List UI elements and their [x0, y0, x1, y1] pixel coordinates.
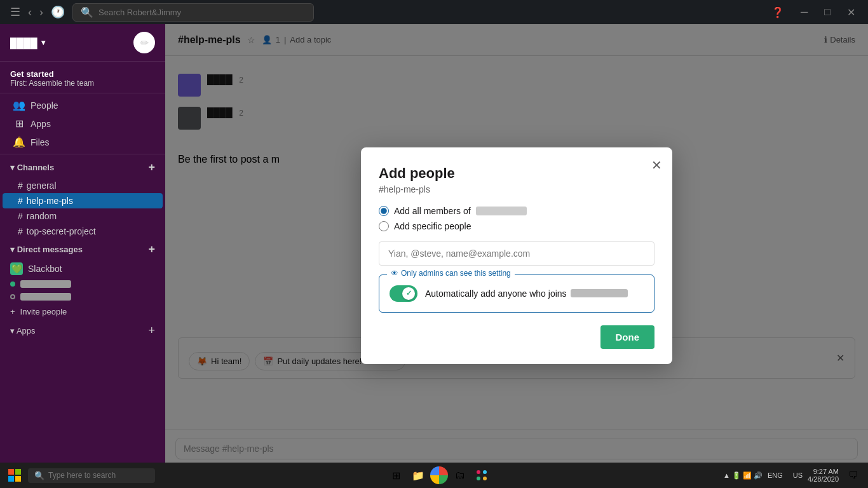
forward-button[interactable]: › [37, 3, 46, 22]
eye-icon: 👁 [391, 269, 398, 278]
time-display: 9:27 AM [808, 468, 839, 475]
folder-button[interactable]: 🗂 [451, 466, 470, 485]
add-app-icon[interactable]: + [148, 324, 155, 337]
workspace-label: ████ [10, 37, 37, 48]
apps-section[interactable]: ▾ Apps + [0, 320, 165, 341]
get-started-subtitle: First: Assemble the team [10, 79, 155, 88]
task-view-button[interactable]: ⊞ [387, 466, 406, 485]
sidebar: ████ ▾ ✏ Get started First: Assemble the… [0, 24, 165, 487]
dm-section-header[interactable]: ▾ Direct messages + [0, 239, 165, 260]
channels-label: ▾ Channels [10, 163, 54, 172]
minimize-button[interactable]: ─ [796, 4, 813, 20]
files-icon: 🔔 [13, 136, 25, 148]
taskbar-icons: ⊞ 📁 🗂 [387, 466, 491, 485]
hamburger-button[interactable]: ☰ [8, 3, 23, 22]
channel-hash-icon: # [18, 180, 23, 191]
titlebar-left: ☰ ‹ › 🕐 🔍 [8, 3, 314, 22]
taskbar-search-icon: 🔍 [34, 471, 44, 480]
channel-item-random[interactable]: # random [3, 208, 163, 224]
search-bar[interactable]: 🔍 [72, 3, 314, 22]
invite-people-label: Invite people [20, 307, 67, 316]
sidebar-item-label-apps: Apps [31, 119, 51, 129]
get-started-section: Get started First: Assemble the team [0, 62, 165, 90]
radio-option-specific[interactable]: Add specific people [379, 221, 654, 231]
taskbar-left: 🔍 [5, 466, 155, 485]
chrome-button[interactable] [430, 466, 448, 484]
channel-name-blurred [571, 289, 628, 297]
radio-label-all: Add all members of [394, 206, 471, 216]
search-icon: 🔍 [81, 6, 93, 18]
svg-point-5 [483, 470, 487, 474]
channel-hash-icon2: # [18, 196, 23, 206]
channel-item-general[interactable]: # general [3, 178, 163, 193]
taskbar-search[interactable]: 🔍 [28, 468, 155, 483]
clock: 9:27 AM 4/28/2020 [808, 468, 839, 483]
file-explorer-button[interactable]: 📁 [409, 466, 428, 485]
taskbar-search-input[interactable] [48, 471, 131, 480]
radio-option-all-members[interactable]: Add all members of [379, 206, 654, 216]
radio-label-specific: Add specific people [394, 221, 471, 231]
people-search-input[interactable] [379, 241, 654, 266]
workspace-name[interactable]: ████ ▾ [10, 37, 45, 48]
slackbot-avatar: 💚 [10, 262, 23, 275]
app-layout: ████ ▾ ✏ Get started First: Assemble the… [0, 24, 868, 487]
done-button[interactable]: Done [600, 325, 655, 349]
divider [0, 93, 165, 93]
channel-item-help-me-pls[interactable]: # help-me-pls [3, 193, 163, 208]
sidebar-item-apps[interactable]: ⊞ Apps [3, 114, 163, 133]
nav-controls: ☰ ‹ › 🕐 [8, 3, 67, 22]
toggle-knob [402, 287, 415, 300]
titlebar-right: ❓ ─ □ ✕ [766, 4, 860, 21]
auto-add-toggle[interactable] [390, 285, 417, 302]
channels-section-header[interactable]: ▾ Channels + [0, 157, 165, 178]
add-dm-icon[interactable]: + [148, 243, 155, 256]
sidebar-item-people[interactable]: 👥 People [3, 96, 163, 114]
get-started-title: Get started [10, 69, 155, 79]
compose-button[interactable]: ✏ [133, 32, 155, 53]
sidebar-item-files[interactable]: 🔔 Files [3, 133, 163, 151]
history-button[interactable]: 🕐 [48, 3, 67, 22]
sidebar-item-label-people: People [31, 100, 58, 111]
add-channel-icon[interactable]: + [148, 161, 155, 174]
notification-button[interactable]: 🗨 [844, 466, 863, 485]
svg-rect-1 [15, 469, 21, 475]
channel-hash-icon3: # [18, 211, 23, 221]
back-button[interactable]: ‹ [25, 3, 34, 22]
svg-rect-2 [8, 476, 14, 482]
close-button[interactable]: ✕ [842, 4, 860, 21]
slack-logo-icon [475, 468, 489, 482]
dm-label-blurred1 [20, 280, 71, 288]
toggle-row: Automatically add anyone who joins [390, 285, 644, 302]
help-button[interactable]: ❓ [766, 4, 789, 21]
titlebar: ☰ ‹ › 🕐 🔍 ❓ ─ □ ✕ [0, 0, 868, 24]
maximize-button[interactable]: □ [819, 4, 836, 20]
compose-icon: ✏ [140, 37, 149, 49]
lang-region: ENG US [768, 471, 803, 479]
radio-specific[interactable] [379, 221, 389, 231]
modal-footer: Done [379, 325, 654, 349]
date-display: 4/28/2020 [808, 475, 839, 483]
apps-icon: ⊞ [13, 118, 25, 130]
dm-label: ▾ Direct messages [10, 245, 83, 254]
modal-close-button[interactable]: ✕ [651, 158, 662, 173]
admin-label-text: Only admins can see this setting [401, 269, 511, 278]
channel-hash-icon4: # [18, 226, 23, 236]
radio-group: Add all members of Add specific people [379, 206, 654, 231]
radio-all-members[interactable] [379, 206, 389, 216]
channel-item-top-secret[interactable]: # top-secret-project [3, 224, 163, 239]
add-people-modal: Add people #help-me-pls ✕ Add all member… [361, 147, 672, 364]
main-content: #help-me-pls ☆ 👤 1 | Add a topic ℹ Detai… [165, 24, 868, 487]
dm-item-blurred1[interactable] [0, 278, 165, 290]
status-dot-online [10, 281, 15, 287]
invite-people-item[interactable]: + Invite people [0, 303, 165, 320]
dm-item-slackbot[interactable]: 💚 Slackbot [0, 260, 165, 278]
dm-label-blurred2 [20, 293, 71, 301]
admin-setting-box: 👁 Only admins can see this setting Autom… [379, 274, 654, 313]
modal-subtitle: #help-me-pls [379, 184, 654, 194]
dm-item-blurred2[interactable] [0, 290, 165, 303]
start-button[interactable] [5, 466, 24, 485]
sidebar-header: ████ ▾ ✏ [0, 24, 165, 62]
tray-icons: ▲ 🔋 📶 🔊 [723, 471, 763, 480]
search-input[interactable] [98, 8, 289, 17]
slack-button[interactable] [472, 466, 491, 485]
